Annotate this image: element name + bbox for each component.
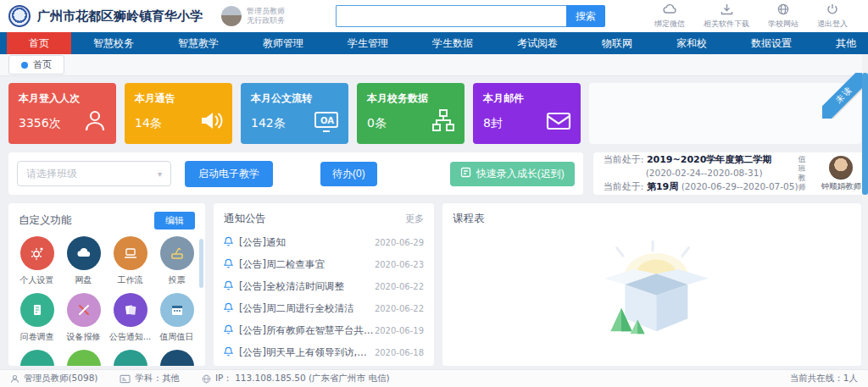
panels-row: 自定义功能 编辑 个人设置 网盘 [8,203,861,366]
duty-teachers: 值班教师 钟顺娟教师 张政教师 [798,155,868,191]
nav-item-student-data[interactable]: 学生数据 [410,32,495,54]
current-user[interactable]: 管理员教师 无行政职务 [221,6,285,26]
partial-icon [114,350,147,366]
announcement-item[interactable]: [公告]通知 2020-06-29 [224,231,424,253]
custom-functions-panel: 自定义功能 编辑 个人设置 网盘 [8,203,205,366]
cloud-icon [67,236,101,270]
stat-card-notices[interactable]: 本月通告 14条 [125,83,232,144]
nav-item-home-school[interactable]: 家和校 [654,32,729,54]
nav-item-home[interactable]: 首页 [7,32,71,54]
school-name: 广州市花都区狮岭镇育华小学 [37,8,203,25]
unread-ribbon-wrap: 未读 [822,73,863,119]
top-header: 广州市花都区狮岭镇育华小学 管理员教师 无行政职务 搜索 绑定微信 相关软件下载 [0,0,868,32]
stat-card-school-data[interactable]: 本月校务数据 0条 [357,83,465,144]
edit-functions-button[interactable]: 编辑 [154,212,195,229]
semester-term-range: (2020-02-24--2020-08-31) [646,167,798,180]
fn-more-partial[interactable] [107,350,153,366]
fn-more-partial[interactable] [14,350,60,366]
fn-more-partial[interactable] [153,350,200,366]
user-role-subtitle: 无行政职务 [247,16,285,25]
nav-item-iot[interactable]: 物联网 [580,32,654,54]
announcement-item[interactable]: [公告]全校清洁时间调整 2020-06-22 [224,275,424,297]
stat-card-documents[interactable]: 本月公文流转 142条 OA [241,83,348,144]
stat-card-mail[interactable]: 本月邮件 8封 [473,83,581,144]
announcements-panel: 通知公告 更多 [公告]通知 2020-06-29 [公告]周二检查事宜 202… [214,203,434,366]
announcement-item[interactable]: [公告]周二检查事宜 2020-06-23 [224,253,424,275]
nav-item-exam-marking[interactable]: 考试阅卷 [495,32,580,54]
fn-workflow[interactable]: 工作流 [107,236,153,286]
timetable-header: 课程表 [442,203,861,231]
user-avatar[interactable] [221,6,242,26]
toolbar-row: 请选择班级 ▾ 启动电子教学 待办(0) 快速录入成长(迟到) 当前处于: 20… [8,152,861,195]
main-content: 本月登入人次 3356次 本月通告 14条 本月公文流转 142条 OA 本月校… [0,76,868,366]
logout-icon [826,3,838,18]
page-scrollbar-thumb[interactable] [862,73,868,195]
nav-item-teacher-mgmt[interactable]: 教师管理 [241,32,326,54]
logout-link[interactable]: 退出登入 [817,3,848,30]
footer-subject: 学科：其他 [120,373,180,384]
bell-icon [224,302,233,315]
announcement-text: [公告]周二检查事宜 [239,258,325,271]
cards-empty-area [589,83,861,144]
fn-personal-settings[interactable]: 个人设置 [14,236,60,286]
survey-icon [20,293,54,327]
fn-vote[interactable]: 投票 [153,236,200,286]
announcement-text: [公告]通知 [239,236,286,249]
fn-label: 个人设置 [20,274,54,286]
nav-item-smart-teaching[interactable]: 智慧教学 [156,32,241,54]
quick-entry-button[interactable]: 快速录入成长(迟到) [450,162,575,186]
empty-state-illustration [442,238,861,344]
nav-item-other[interactable]: 其他 [814,32,868,54]
semester-label: 当前处于: [604,154,644,165]
active-tab-dot-icon [21,62,28,69]
page-scrollbar[interactable] [862,54,868,369]
software-download-link[interactable]: 相关软件下载 [704,3,749,30]
stat-card-logins[interactable]: 本月登入人次 3356次 [8,83,116,144]
todo-button[interactable]: 待办(0) [320,162,377,186]
search-input[interactable] [336,5,566,27]
tools-icon [67,293,101,327]
announcements-header: 通知公告 更多 [214,203,434,231]
fn-survey[interactable]: 问卷调查 [14,293,60,343]
search-button[interactable]: 搜索 [566,5,605,27]
announcement-text: [公告]明天早上有领导到访,各位老师按要求... [239,346,375,359]
school-logo [8,5,31,27]
fn-duty-roster[interactable]: 值周值日 [153,293,200,343]
bind-wechat-link[interactable]: 绑定微信 [654,3,685,30]
empty-box-icon [580,238,724,344]
fn-equipment-repair[interactable]: 设备报修 [60,293,107,343]
search-box: 搜索 [336,5,605,27]
nav-item-smart-campus[interactable]: 智慧校务 [71,32,156,54]
semester-panel: 当前处于: 2019~2020学年度第二学期 (2020-02-24--2020… [593,152,868,195]
fn-netdisk[interactable]: 网盘 [60,236,107,286]
panel-scrollbar[interactable] [199,239,203,357]
announcement-item[interactable]: [公告]所有教师在智慧平台共享网盘中上传... 2020-06-19 [224,319,424,341]
stat-card-title: 本月登入人次 [19,91,106,106]
user-role: 管理员教师 无行政职务 [247,7,285,26]
week-line: 当前处于: 第19周 (2020-06-29--2020-07-05) [604,180,798,195]
announcement-date: 2020-06-22 [375,282,424,291]
school-website-link[interactable]: 学校网站 [768,3,798,30]
announcement-text: [公告]周二周进行全校清洁 [239,302,353,315]
breadcrumb-tab-home[interactable]: 首页 [8,55,64,75]
school-website-label: 学校网站 [768,19,798,30]
footer-user-text: 管理员教师(5098) [24,373,97,384]
nav-item-data-settings[interactable]: 数据设置 [729,32,814,54]
network-icon [431,108,456,135]
class-select[interactable]: 请选择班级 ▾ [17,161,171,186]
unread-ribbon[interactable]: 未读 [822,73,863,119]
fn-announcement-notice[interactable]: 公告通知... [107,293,153,343]
fn-label: 投票 [169,274,186,286]
more-link[interactable]: 更多 [405,213,424,225]
partial-icon [160,350,194,366]
duty-teacher[interactable]: 钟顺娟教师 [821,156,862,192]
start-eteaching-button[interactable]: 启动电子教学 [185,161,273,187]
bell-icon [224,258,233,271]
teacher-name: 钟顺娟教师 [821,181,862,192]
nav-item-student-mgmt[interactable]: 学生管理 [326,32,410,54]
fn-more-partial[interactable] [60,350,107,366]
announcement-item[interactable]: [公告]周二周进行全校清洁 2020-06-22 [224,297,424,319]
speaker-icon [198,108,224,135]
announcement-item[interactable]: [公告]明天早上有领导到访,各位老师按要求... 2020-06-18 [224,341,424,363]
scrollbar-thumb[interactable] [199,239,203,288]
